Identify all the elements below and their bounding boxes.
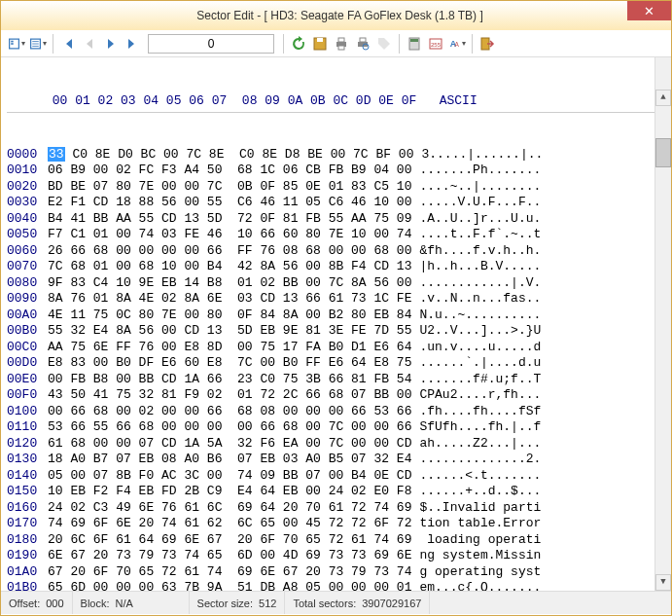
ascii-cell[interactable]: .......f#.u;f..T <box>419 372 541 388</box>
bytes-cell[interactable]: 24 02 C3 49 6E 76 61 6C 69 64 20 70 61 7… <box>48 500 411 517</box>
bytes-cell[interactable]: 10 EB F2 F4 EB FD 2B C9 E4 64 EB 00 24 0… <box>48 484 411 500</box>
ascii-cell[interactable]: ......<.t....... <box>419 468 541 485</box>
hex-row[interactable]: 0050F7 C1 01 00 74 03 FE 46 10 66 60 80 … <box>7 227 665 243</box>
bytes-cell[interactable]: 06 B9 00 02 FC F3 A4 50 68 1C 06 CB FB B… <box>48 163 411 179</box>
hex-row[interactable]: 006026 66 68 00 00 00 00 66 FF 76 08 68 … <box>7 243 665 260</box>
sector-number-input[interactable] <box>148 34 274 54</box>
ascii-cell[interactable]: N.u..~.......... <box>419 308 541 324</box>
ascii-cell[interactable]: em...c{.Q....... <box>419 580 541 591</box>
hex-row[interactable]: 012061 68 00 00 07 CD 1A 5A 32 F6 EA 00 … <box>7 436 665 453</box>
hex-row[interactable]: 00908A 76 01 8A 4E 02 8A 6E 03 CD 13 66 … <box>7 291 665 308</box>
hex-row[interactable]: 00C0AA 75 6E FF 76 00 E8 8D 00 75 17 FA … <box>7 340 665 356</box>
exit-button[interactable] <box>477 34 497 54</box>
ascii-cell[interactable]: CPAu2....r,fh... <box>419 387 541 404</box>
hex-row[interactable]: 0040B4 41 BB AA 55 CD 13 5D 72 0F 81 FB … <box>7 211 665 228</box>
ascii-cell[interactable]: ..............2. <box>419 452 541 468</box>
ascii-cell[interactable]: .un.v....u.....d <box>419 340 541 356</box>
hex-row[interactable]: 001006 B9 00 02 FC F3 A4 50 68 1C 06 CB … <box>7 163 665 179</box>
bytes-cell[interactable]: 00 FB B8 00 BB CD 1A 66 23 C0 75 3B 66 8… <box>48 372 411 388</box>
hex-row[interactable]: 00B055 32 E4 8A 56 00 CD 13 5D EB 9E 81 … <box>7 323 665 340</box>
ascii-cell[interactable]: &fh....f.v.h..h. <box>419 243 541 260</box>
scroll-thumb[interactable] <box>655 138 671 167</box>
hex-row[interactable]: 016024 02 C3 49 6E 76 61 6C 69 64 20 70 … <box>7 500 665 517</box>
bytes-cell[interactable]: 67 20 6F 70 65 72 61 74 69 6E 67 20 73 7… <box>48 564 411 581</box>
hex-row[interactable]: 00F043 50 41 75 32 81 F9 02 01 72 2C 66 … <box>7 387 665 404</box>
tag-button[interactable] <box>374 34 394 54</box>
hex-row[interactable]: 0030E2 F1 CD 18 88 56 00 55 C6 46 11 05 … <box>7 195 665 211</box>
bytes-cell[interactable]: 61 68 00 00 07 CD 1A 5A 32 F6 EA 00 7C 0… <box>48 436 411 453</box>
bytes-cell[interactable]: 74 69 6F 6E 20 74 61 62 6C 65 00 45 72 7… <box>48 516 411 532</box>
ascii-cell[interactable]: 3.....|......|.. <box>421 147 543 163</box>
ascii-cell[interactable]: .....V.U.F...F.. <box>419 195 541 211</box>
bytes-cell[interactable]: 00 66 68 00 02 00 00 66 68 08 00 00 00 6… <box>48 404 411 420</box>
ascii-cell[interactable]: loading operati <box>419 532 541 549</box>
bytes-cell[interactable]: 6E 67 20 73 79 73 74 65 6D 00 4D 69 73 7… <box>48 548 411 564</box>
bytes-cell[interactable]: BD BE 07 80 7E 00 00 7C 0B 0F 85 0E 01 8… <box>48 179 411 196</box>
ascii-cell[interactable]: ....t..F.f`.~..t <box>419 227 541 243</box>
bytes-cell[interactable]: B4 41 BB AA 55 CD 13 5D 72 0F 81 FB 55 A… <box>48 211 411 228</box>
ascii-cell[interactable]: ......`.|....d.u <box>419 355 541 372</box>
hex-row[interactable]: 010000 66 68 00 02 00 00 66 68 08 00 00 … <box>7 404 665 420</box>
ascii-cell[interactable]: SfUfh....fh.|..f <box>419 419 541 436</box>
bytes-cell[interactable]: F7 C1 01 00 74 03 FE 46 10 66 60 80 7E 1… <box>48 227 411 243</box>
hex-row[interactable]: 00D0E8 83 00 B0 DF E6 60 E8 7C 00 B0 FF … <box>7 355 665 372</box>
ascii-cell[interactable]: $..Invalid parti <box>419 500 541 517</box>
hex-row[interactable]: 00707C 68 01 00 68 10 00 B4 42 8A 56 00 … <box>7 259 665 275</box>
ascii-cell[interactable]: ....~..|........ <box>419 179 541 196</box>
ascii-cell[interactable]: U2..V...]...>.}U <box>419 323 541 340</box>
ascii-cell[interactable]: .A..U..]r...U.u. <box>419 211 541 228</box>
bytes-cell[interactable]: 20 6C 6F 61 64 69 6E 67 20 6F 70 65 72 6… <box>48 532 411 549</box>
ascii-cell[interactable]: ah.....Z2...|... <box>419 436 541 453</box>
ascii-cell[interactable]: g operating syst <box>419 564 541 581</box>
save-button[interactable] <box>310 34 330 54</box>
print-button[interactable] <box>332 34 351 54</box>
hex-editor[interactable]: 00 01 02 03 04 05 06 07 08 09 0A 0B 0C 0… <box>1 57 671 591</box>
bytes-cell[interactable]: 8A 76 01 8A 4E 02 8A 6E 03 CD 13 66 61 7… <box>48 291 411 308</box>
font-dropdown[interactable]: AA <box>447 34 467 54</box>
view-dropdown-1[interactable] <box>7 34 26 54</box>
ascii-cell[interactable]: .......Ph....... <box>419 163 541 179</box>
bytes-cell[interactable]: E2 F1 CD 18 88 56 00 55 C6 46 11 05 C6 4… <box>48 195 411 211</box>
nav-first-button[interactable] <box>58 34 78 54</box>
hex-row[interactable]: 017074 69 6F 6E 20 74 61 62 6C 65 00 45 … <box>7 516 665 532</box>
ascii-cell[interactable]: |h..h...B.V..... <box>419 259 541 275</box>
bytes-cell[interactable]: 18 A0 B7 07 EB 08 A0 B6 07 EB 03 A0 B5 0… <box>48 452 411 468</box>
bytes-cell[interactable]: 9F 83 C4 10 9E EB 14 B8 01 02 BB 00 7C 8… <box>48 275 411 292</box>
bytes-cell[interactable]: 33 C0 8E D0 BC 00 7C 8E C0 8E D8 BE 00 7… <box>48 147 413 163</box>
vertical-scrollbar[interactable]: ▲ ▼ <box>654 57 671 591</box>
view-dropdown-2[interactable] <box>28 34 48 54</box>
calc-button[interactable] <box>405 34 424 54</box>
scroll-up-button[interactable]: ▲ <box>655 90 671 106</box>
bytes-cell[interactable]: 53 66 55 66 68 00 00 00 00 66 68 00 7C 0… <box>48 419 411 436</box>
ascii-cell[interactable]: tion table.Error <box>419 516 541 532</box>
nav-last-button[interactable] <box>123 34 142 54</box>
hex-row[interactable]: 013018 A0 B7 07 EB 08 A0 B6 07 EB 03 A0 … <box>7 452 665 468</box>
refresh-button[interactable] <box>289 34 308 54</box>
bytes-cell[interactable]: 55 32 E4 8A 56 00 CD 13 5D EB 9E 81 3E F… <box>48 323 411 340</box>
hex-row[interactable]: 00E000 FB B8 00 BB CD 1A 66 23 C0 75 3B … <box>7 372 665 388</box>
selected-byte[interactable]: 33 <box>48 147 65 162</box>
ascii-cell[interactable]: ......+..d..$... <box>419 484 541 500</box>
ascii-cell[interactable]: ng system.Missin <box>419 548 541 564</box>
bytes-cell[interactable]: 05 00 07 8B F0 AC 3C 00 74 09 BB 07 00 B… <box>48 468 411 485</box>
bytes-cell[interactable]: 65 6D 00 00 00 63 7B 9A 51 DB A8 05 00 0… <box>48 580 411 591</box>
ascii-cell[interactable]: .v..N..n...fas.. <box>419 291 541 308</box>
hex-row[interactable]: 01906E 67 20 73 79 73 74 65 6D 00 4D 69 … <box>7 548 665 564</box>
ascii-cell[interactable]: ............|.V. <box>419 275 541 292</box>
hex-row[interactable]: 000033 C0 8E D0 BC 00 7C 8E C0 8E D8 BE … <box>7 147 665 163</box>
bytes-cell[interactable]: AA 75 6E FF 76 00 E8 8D 00 75 17 FA B0 D… <box>48 340 411 356</box>
nav-next-button[interactable] <box>101 34 121 54</box>
hex-row[interactable]: 00A04E 11 75 0C 80 7E 00 80 0F 84 8A 00 … <box>7 308 665 324</box>
hex-row[interactable]: 0020BD BE 07 80 7E 00 00 7C 0B 0F 85 0E … <box>7 179 665 196</box>
hex-row[interactable]: 01A067 20 6F 70 65 72 61 74 69 6E 67 20 … <box>7 564 665 581</box>
bytes-cell[interactable]: 43 50 41 75 32 81 F9 02 01 72 2C 66 68 0… <box>48 387 411 404</box>
hex-row[interactable]: 00809F 83 C4 10 9E EB 14 B8 01 02 BB 00 … <box>7 275 665 292</box>
nav-prev-button[interactable] <box>80 34 99 54</box>
ascii-toggle-button[interactable]: 255 <box>426 34 445 54</box>
hex-row[interactable]: 011053 66 55 66 68 00 00 00 00 66 68 00 … <box>7 419 665 436</box>
scroll-down-button[interactable]: ▼ <box>655 574 671 591</box>
ascii-cell[interactable]: .fh....fh....fSf <box>419 404 541 420</box>
bytes-cell[interactable]: 26 66 68 00 00 00 00 66 FF 76 08 68 00 0… <box>48 243 411 260</box>
bytes-cell[interactable]: E8 83 00 B0 DF E6 60 E8 7C 00 B0 FF E6 6… <box>48 355 411 372</box>
print-preview-button[interactable] <box>353 34 372 54</box>
